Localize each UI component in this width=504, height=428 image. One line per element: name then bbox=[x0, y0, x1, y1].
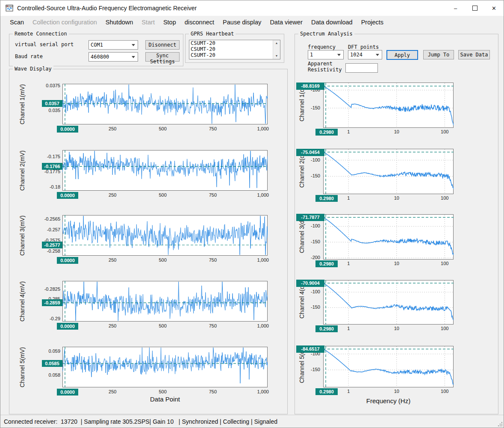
minimize-button[interactable]: – bbox=[446, 0, 465, 16]
spectrum-x-tick: 1 bbox=[343, 326, 354, 331]
wave-y-tick: 0.059 bbox=[21, 348, 60, 354]
spectrum-x-tick: 10 bbox=[392, 195, 402, 201]
spectrum-x-tick: 100 bbox=[439, 261, 450, 266]
wave-plot[interactable] bbox=[62, 150, 268, 191]
spectrum-plot[interactable] bbox=[323, 214, 454, 260]
spectrum-plot[interactable] bbox=[323, 149, 454, 194]
gprs-heartbeat-list[interactable]: CSUMT-20CSUMT-20CSUMT-20 ▲ ▼ bbox=[189, 40, 280, 59]
spectrum-plot[interactable] bbox=[323, 83, 454, 128]
resize-grip[interactable] bbox=[497, 421, 503, 427]
spectrum-plot[interactable] bbox=[323, 346, 454, 387]
save-data-button[interactable]: Save Data bbox=[458, 50, 490, 59]
spectrum-x-tick: 10 bbox=[392, 389, 402, 394]
wave-x-cursor-badge: 0.0000 bbox=[57, 323, 78, 330]
scroll-down-icon[interactable]: ▼ bbox=[273, 53, 280, 59]
menu-item-start[interactable]: Start bbox=[137, 17, 159, 27]
sync-settings-button[interactable]: Sync Settings bbox=[145, 52, 180, 62]
wave-x-tick: 500 bbox=[154, 126, 171, 131]
serial-port-combo[interactable]: COM1 bbox=[88, 40, 138, 50]
menu-item-collection-configuration[interactable]: Collection configuration bbox=[28, 17, 101, 27]
gprs-list-item[interactable]: CSUMT-20 bbox=[189, 52, 273, 58]
wave-y-tick: 0.035 bbox=[21, 108, 60, 113]
spectrum-y-tick: -150 bbox=[299, 173, 320, 178]
spectrum-y-tick: -150 bbox=[299, 367, 320, 372]
menu-item-data-download[interactable]: Data download bbox=[307, 17, 357, 27]
maximize-button[interactable] bbox=[465, 0, 484, 16]
wave-y-tick: -0.257 bbox=[21, 227, 60, 232]
wave-x-tick: 1,000 bbox=[254, 323, 271, 328]
chevron-down-icon bbox=[132, 44, 135, 46]
wave-plot[interactable] bbox=[62, 84, 268, 124]
wave-chart-channel-3: Channel 3(mV)-0.2565-0.257-0.2575-0.258-… bbox=[9, 215, 287, 271]
wave-cursor-value-badge: -0.2577 bbox=[42, 242, 62, 248]
wave-plot[interactable] bbox=[62, 347, 268, 387]
spectrum-x-tick: 10 bbox=[392, 326, 402, 331]
close-button[interactable]: ✕ bbox=[484, 0, 504, 16]
menu-item-disconnect[interactable]: disconnect bbox=[180, 17, 218, 27]
spectrum-x-tick: 1 bbox=[343, 195, 354, 201]
wave-x-axis-label: Data Point bbox=[62, 396, 268, 403]
spectrum-chart-channel-5: Channel 5(d-100-150-84.65171101000.2980 bbox=[291, 346, 504, 403]
wave-x-tick: 250 bbox=[104, 192, 121, 198]
chevron-down-icon bbox=[132, 56, 135, 58]
spectrum-chart-channel-2: Channel 2(d-100-150-75.04541101000.2980 bbox=[291, 149, 504, 210]
scroll-up-icon[interactable]: ▲ bbox=[273, 40, 280, 46]
wave-cursor-value-badge: -0.1766 bbox=[42, 163, 62, 170]
frequency-value: 1 bbox=[310, 52, 313, 58]
gprs-heartbeat-group: GPRS Heartbeat CSUMT-20CSUMT-20CSUMT-20 … bbox=[185, 34, 284, 63]
wave-y-tick: 0.058 bbox=[21, 372, 60, 378]
wave-x-tick: 500 bbox=[154, 389, 171, 394]
spectrum-chart-channel-1: Channel 1(d-100-150-88.81691101000.2980 bbox=[291, 83, 504, 143]
disconnect-button[interactable]: Disonnect bbox=[145, 40, 180, 50]
apparent-resistivity-input[interactable] bbox=[345, 63, 378, 73]
app-window: Controlled-Source Ultra-Audio Frequency … bbox=[0, 0, 504, 428]
spectrum-x-axis-label: Frequency (Hz) bbox=[323, 397, 454, 404]
menu-item-shutdown[interactable]: Shutdown bbox=[101, 17, 138, 27]
apply-button[interactable]: Apply bbox=[386, 50, 418, 60]
spectrum-cursor-value-badge: -88.8169 bbox=[296, 83, 324, 90]
baud-rate-combo[interactable]: 460800 bbox=[88, 52, 138, 62]
spectrum-x-tick: 10 bbox=[392, 129, 402, 134]
wave-chart-channel-1: Channel 1(mV)0.03750.0350.03572505007501… bbox=[9, 84, 287, 140]
wave-y-tick: -0.175 bbox=[21, 154, 60, 159]
serial-port-value: COM1 bbox=[91, 42, 103, 48]
app-icon bbox=[6, 5, 13, 12]
menu-item-stop[interactable]: Stop bbox=[159, 17, 180, 27]
menu-item-scan[interactable]: Scan bbox=[6, 17, 28, 27]
wave-plot[interactable] bbox=[62, 215, 268, 256]
spectrum-y-tick: -150 bbox=[299, 105, 320, 110]
spectrum-plot[interactable] bbox=[323, 280, 454, 325]
gprs-list-scrollbar[interactable]: ▲ ▼ bbox=[273, 40, 280, 59]
wave-chart-channel-5: Channel 5(mV)0.0590.0580.05852505007501,… bbox=[9, 347, 287, 403]
spectrum-cursor-value-badge: -71.7877 bbox=[296, 214, 324, 221]
gprs-list-item[interactable]: CSUMT-20 bbox=[189, 46, 273, 52]
frequency-combo[interactable]: 1 bbox=[308, 50, 344, 59]
window-title: Controlled-Source Ultra-Audio Frequency … bbox=[17, 5, 197, 12]
menu-item-pause-display[interactable]: Pause display bbox=[218, 17, 265, 27]
wave-x-tick: 1,000 bbox=[254, 389, 271, 394]
baud-rate-label: Baud rate bbox=[15, 53, 43, 59]
spectrum-x-tick: 100 bbox=[439, 326, 450, 331]
frequency-label: frequency bbox=[308, 44, 336, 50]
spectrum-y-tick: -150 bbox=[299, 304, 320, 310]
spectrum-y-tick: -150 bbox=[299, 239, 320, 244]
spectrum-x-tick: 100 bbox=[439, 195, 450, 201]
menu-bar: ScanCollection configurationShutdownStar… bbox=[0, 16, 504, 28]
dft-points-combo[interactable]: 1024 bbox=[348, 50, 382, 59]
menu-item-projects[interactable]: Projects bbox=[357, 17, 388, 27]
status-text: Connected receiver: 13720 | Sampling rat… bbox=[4, 418, 277, 425]
gprs-list-items: CSUMT-20CSUMT-20CSUMT-20 bbox=[189, 40, 273, 58]
wave-y-tick: -0.2825 bbox=[21, 286, 60, 292]
wave-cursor-value-badge: -0.2859 bbox=[42, 299, 62, 306]
spectrum-chart-channel-4: Channel 4(d-100-150-70.90041101000.2980 bbox=[291, 280, 504, 340]
gprs-list-item[interactable]: CSUMT-20 bbox=[189, 40, 273, 46]
wave-plot[interactable] bbox=[62, 281, 268, 322]
wave-x-tick: 500 bbox=[154, 257, 171, 263]
spectrum-x-cursor-badge: 0.2980 bbox=[315, 129, 338, 136]
menu-item-data-viewer[interactable]: Data viewer bbox=[265, 17, 307, 27]
wave-x-tick: 750 bbox=[204, 192, 221, 198]
wave-x-cursor-badge: 0.0000 bbox=[57, 257, 78, 264]
spectrum-y-tick: -100 bbox=[299, 223, 320, 228]
wave-x-tick: 250 bbox=[104, 389, 121, 394]
jump-to-button[interactable]: Jump To bbox=[423, 50, 454, 59]
